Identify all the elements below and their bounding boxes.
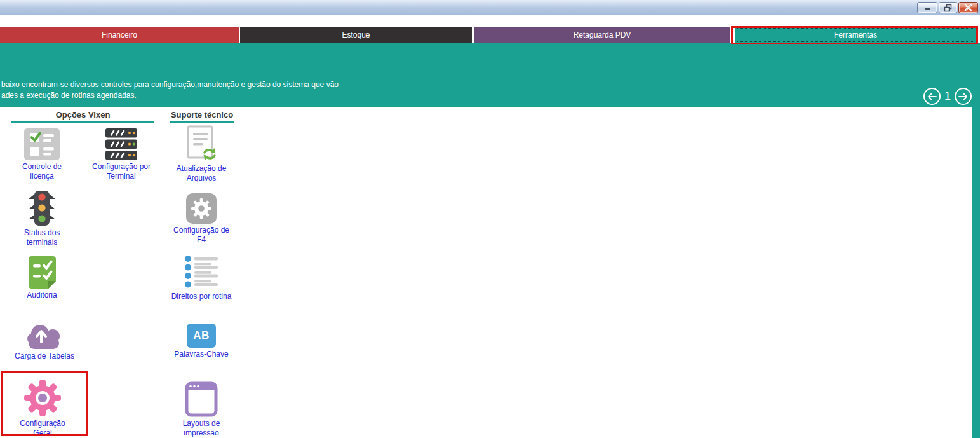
tile-atualizacao-de-arquivos[interactable]: Atualização de Arquivos <box>163 125 239 183</box>
application-window: Financeiro Estoque Retaguarda PDV Ferram… <box>0 0 980 438</box>
pink-gear-icon <box>23 379 62 417</box>
tab-estoque-label: Estoque <box>342 31 370 39</box>
tile-label: Controle de licença <box>4 162 80 181</box>
restore-button[interactable] <box>939 2 957 13</box>
gear-square-icon <box>186 193 217 224</box>
close-icon <box>964 4 972 11</box>
license-checklist-icon <box>24 128 60 160</box>
section-title-opcoes-vixen: Opções Vixen <box>11 110 154 120</box>
cloud-upload-icon <box>26 322 63 350</box>
tab-ferramentas[interactable]: Ferramentas <box>735 27 976 43</box>
tab-financeiro-label: Financeiro <box>102 31 137 39</box>
tile-status-dos-terminais[interactable]: Status dos terminais <box>4 191 80 247</box>
tile-auditoria[interactable]: Auditoria <box>4 256 80 300</box>
tile-configuracao-por-terminal[interactable]: Configuração por Terminal <box>83 127 159 181</box>
restore-icon <box>944 4 952 12</box>
tile-carga-de-tabelas[interactable]: Carga de Tabelas <box>6 321 83 361</box>
tile-label: Carga de Tabelas <box>6 352 83 361</box>
pagination: 1 <box>923 88 972 105</box>
tile-label: Configuração por Terminal <box>83 162 159 181</box>
tile-label: Configuração Geral <box>4 419 81 438</box>
page-number: 1 <box>944 90 951 103</box>
previous-page-button[interactable] <box>923 88 941 105</box>
content-panel: Opções Vixen Suporte técnico <box>0 107 972 438</box>
arrow-left-icon <box>927 93 937 100</box>
tab-retaguarda-pdv-label: Retaguarda PDV <box>574 31 631 39</box>
tile-configuracao-geral[interactable]: Configuração Geral <box>4 380 81 438</box>
tile-label: Direitos por rotina <box>163 292 239 301</box>
tile-label: Palavras-Chave <box>163 350 239 359</box>
tile-palavras-chave[interactable]: AB Palavras-Chave <box>163 322 239 359</box>
server-stack-icon <box>105 128 137 160</box>
audit-document-icon <box>27 256 57 289</box>
description-line-2: ades a execução de rotinas agendadas. <box>1 90 339 101</box>
tile-configuracao-de-f4[interactable]: Configuração de F4 <box>163 192 239 245</box>
arrow-right-icon <box>958 93 968 100</box>
tab-ferramentas-label: Ferramentas <box>834 31 877 39</box>
file-sync-icon <box>185 125 217 162</box>
section-rule-opcoes-vixen <box>11 121 154 123</box>
tab-retaguarda-pdv[interactable]: Retaguarda PDV <box>474 27 730 43</box>
tile-controle-de-licenca[interactable]: Controle de licença <box>4 127 80 181</box>
print-layout-window-icon <box>185 381 218 417</box>
tile-label: Atualização de Arquivos <box>163 164 239 183</box>
description-line-1: baixo encontram-se diversos controles pa… <box>1 79 339 90</box>
tile-layouts-de-impressao[interactable]: Layouts de impressão <box>163 381 239 438</box>
section-rule-suporte-tecnico <box>170 121 234 123</box>
tile-label: Auditoria <box>4 291 80 300</box>
tile-direitos-por-rotina[interactable]: Direitos por rotina <box>163 254 239 301</box>
next-page-button[interactable] <box>955 88 972 105</box>
ab-keywords-icon: AB <box>187 324 216 348</box>
close-button[interactable] <box>958 2 978 13</box>
tab-estoque[interactable]: Estoque <box>240 27 472 43</box>
tile-label: Status dos terminais <box>4 228 80 247</box>
tab-financeiro[interactable]: Financeiro <box>0 27 239 43</box>
page-description: baixo encontram-se diversos controles pa… <box>1 79 339 101</box>
minimize-icon <box>923 4 931 11</box>
title-bar <box>0 0 980 15</box>
tab-bar: Financeiro Estoque Retaguarda PDV Ferram… <box>0 27 980 43</box>
section-title-suporte-tecnico: Suporte técnico <box>170 110 234 120</box>
ab-icon-text: AB <box>193 329 210 342</box>
minimize-button[interactable] <box>917 2 937 13</box>
tile-label: Configuração de F4 <box>163 226 239 245</box>
tile-label: Layouts de impressão <box>163 419 239 438</box>
traffic-light-icon <box>27 191 57 226</box>
rights-list-icon <box>184 254 219 290</box>
menu-strip <box>0 15 980 27</box>
